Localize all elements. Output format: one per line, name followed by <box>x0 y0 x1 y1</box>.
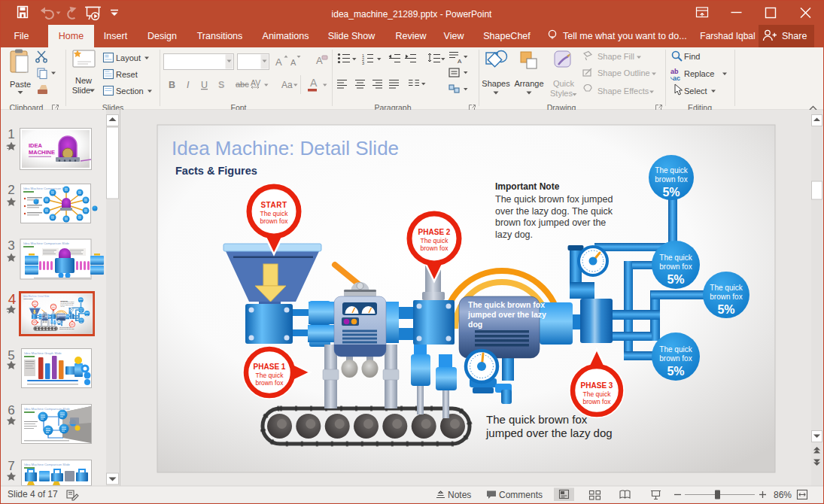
svg-text:Tell me what you want to do...: Tell me what you want to do... <box>563 31 687 41</box>
svg-text:Slide 4 of 17: Slide 4 of 17 <box>8 489 58 499</box>
svg-text:A: A <box>275 56 282 68</box>
svg-text:86%: 86% <box>774 490 792 500</box>
svg-text:Share: Share <box>782 31 807 41</box>
svg-text:ShapeChef: ShapeChef <box>483 31 531 41</box>
svg-text:U: U <box>201 80 208 90</box>
svg-text:B: B <box>169 80 175 90</box>
svg-text:I: I <box>187 80 190 90</box>
svg-text:Paste: Paste <box>10 80 31 89</box>
svg-text:abc: abc <box>236 80 249 89</box>
svg-text:Insert: Insert <box>104 31 128 41</box>
svg-text:Transitions: Transitions <box>197 31 243 41</box>
svg-text:Review: Review <box>396 31 427 41</box>
svg-text:7: 7 <box>8 459 14 473</box>
svg-text:Aa: Aa <box>281 80 293 90</box>
svg-text:Home: Home <box>59 31 84 41</box>
svg-text:2: 2 <box>8 183 14 197</box>
svg-text:S: S <box>218 80 224 90</box>
svg-text:1: 1 <box>8 127 14 141</box>
svg-text:MACHINE: MACHINE <box>29 149 55 156</box>
svg-text:3: 3 <box>362 61 364 65</box>
svg-text:4: 4 <box>8 291 17 307</box>
svg-text:Shape Outline: Shape Outline <box>597 68 650 77</box>
svg-text:Arrange: Arrange <box>514 79 543 88</box>
svg-text:Idea Machine Graph Slide: Idea Machine Graph Slide <box>24 351 62 355</box>
svg-text:A: A <box>290 58 296 67</box>
svg-text:Animations: Animations <box>263 31 309 41</box>
svg-text:Layout: Layout <box>116 53 141 62</box>
svg-text:File: File <box>14 31 29 41</box>
svg-text:Styles: Styles <box>550 89 573 98</box>
svg-text:6: 6 <box>8 403 14 417</box>
svg-text:Replace: Replace <box>684 69 714 78</box>
svg-text:IDEA: IDEA <box>29 142 43 149</box>
svg-text:Shape Fill: Shape Fill <box>597 52 634 61</box>
svg-text:3: 3 <box>8 238 14 253</box>
svg-text:A: A <box>310 77 318 89</box>
svg-text:A: A <box>458 58 462 65</box>
svg-text:View: View <box>444 31 465 41</box>
svg-text:Design: Design <box>147 31 177 41</box>
svg-text:Comments: Comments <box>499 490 543 500</box>
svg-text:Quick: Quick <box>553 79 575 88</box>
svg-text:5: 5 <box>8 348 14 363</box>
svg-text:Shape Effects: Shape Effects <box>597 87 649 96</box>
svg-text:Reset: Reset <box>116 70 138 79</box>
svg-text:Farshad Iqbal: Farshad Iqbal <box>700 31 755 41</box>
svg-text:Idea Machine Comparison Slide: Idea Machine Comparison Slide <box>23 187 70 190</box>
svg-text:Slide: Slide <box>72 86 90 95</box>
svg-text:Find: Find <box>684 52 700 61</box>
svg-text:Section: Section <box>116 87 144 96</box>
svg-text:Select: Select <box>684 87 707 96</box>
svg-text:Idea Machine Comparison Slide: Idea Machine Comparison Slide <box>24 463 71 466</box>
svg-text:Slide Show: Slide Show <box>328 31 376 41</box>
svg-text:AV: AV <box>251 78 260 87</box>
svg-text:Notes: Notes <box>448 490 471 500</box>
svg-text:idea_machine_21289.pptx - Powe: idea_machine_21289.pptx - PowerPoint <box>332 9 492 20</box>
svg-text:Shapes: Shapes <box>482 79 510 88</box>
svg-text:New: New <box>75 76 92 85</box>
svg-text:Idea Machine Comparison Slide: Idea Machine Comparison Slide <box>23 241 70 245</box>
svg-text:ac: ac <box>673 74 680 82</box>
